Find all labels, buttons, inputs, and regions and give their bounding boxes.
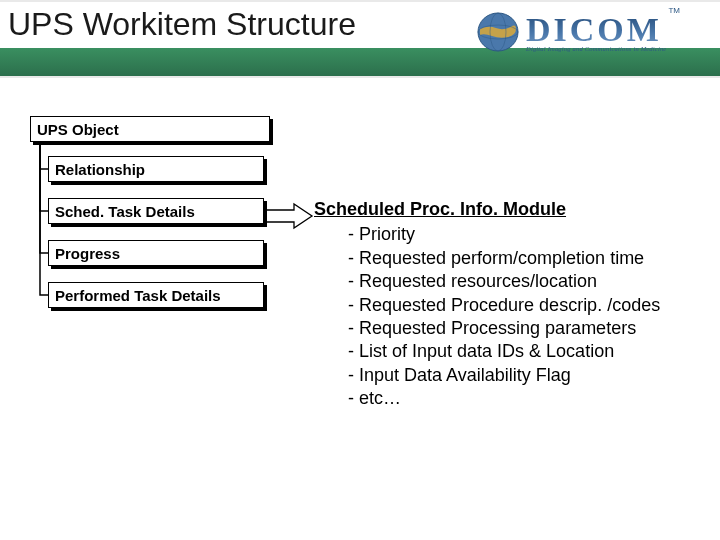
object-tree: UPS Object Relationship Sched. Task Deta… <box>30 116 270 308</box>
module-title: Scheduled Proc. Info. Module <box>314 198 660 221</box>
tree-child: Sched. Task Details <box>48 198 264 224</box>
tree-children: Relationship Sched. Task Details Progres… <box>48 156 270 308</box>
module-item: - Requested resources/location <box>348 270 660 293</box>
tree-child: Progress <box>48 240 264 266</box>
tree-child-label: Performed Task Details <box>55 287 221 304</box>
globe-icon <box>476 11 520 53</box>
tree-child-label: Progress <box>55 245 120 262</box>
module-item: - Priority <box>348 223 660 246</box>
trademark-symbol: TM <box>668 6 680 15</box>
module-item: - etc… <box>348 387 660 410</box>
module-item: - Requested perform/completion time <box>348 247 660 270</box>
slide-title: UPS Workitem Structure <box>8 6 356 43</box>
tree-root: UPS Object <box>30 116 270 142</box>
logo-tagline: Digital Imaging and Communications in Me… <box>526 45 666 52</box>
header-banner: UPS Workitem Structure DICOM Digital Ima… <box>0 0 720 78</box>
tree-child-label: Sched. Task Details <box>55 203 195 220</box>
dicom-logo: DICOM Digital Imaging and Communications… <box>476 4 706 60</box>
tree-child-label: Relationship <box>55 161 145 178</box>
module-item: - Requested Processing parameters <box>348 317 660 340</box>
tree-root-label: UPS Object <box>37 121 119 138</box>
module-item: - Input Data Availability Flag <box>348 364 660 387</box>
module-detail: Scheduled Proc. Info. Module - Priority … <box>314 198 660 411</box>
tree-child: Relationship <box>48 156 264 182</box>
tree-child: Performed Task Details <box>48 282 264 308</box>
logo-wordmark: DICOM <box>526 13 666 47</box>
module-item: - List of Input data IDs & Location <box>348 340 660 363</box>
module-item: - Requested Procedure descrip. /codes <box>348 294 660 317</box>
module-item-list: - Priority - Requested perform/completio… <box>348 223 660 410</box>
right-arrow-icon <box>262 202 314 230</box>
